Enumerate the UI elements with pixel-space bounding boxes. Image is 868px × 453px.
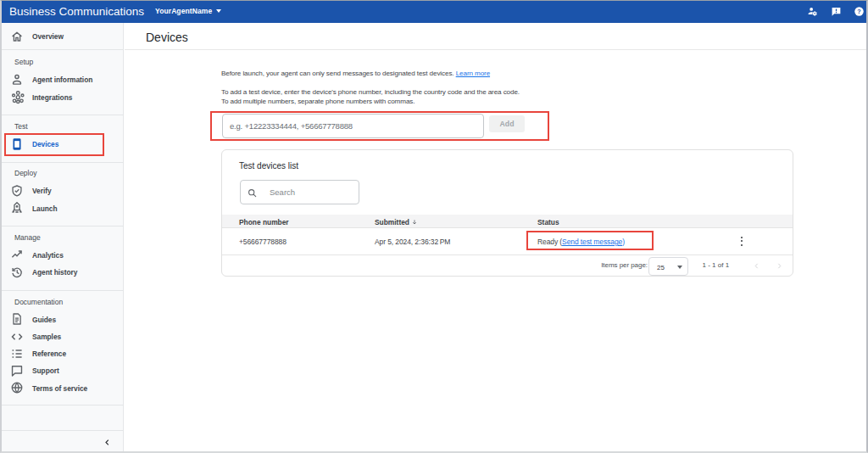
svg-text:?: ? — [857, 8, 861, 15]
